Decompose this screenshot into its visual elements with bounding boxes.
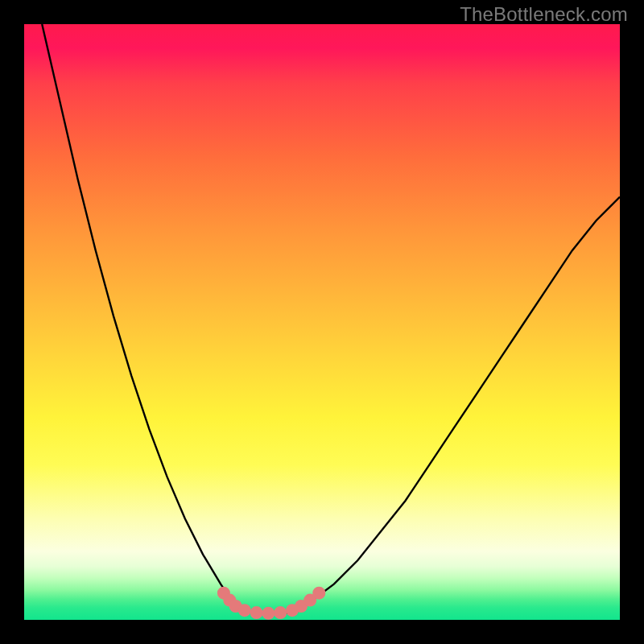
bottom-marker-dot	[274, 606, 287, 619]
bottom-marker-dot	[262, 607, 275, 620]
bottom-marker-dot	[312, 587, 325, 600]
bottom-marker-dot	[250, 606, 263, 619]
plot-area	[24, 24, 620, 620]
watermark-text: TheBottleneck.com	[460, 3, 628, 26]
bottleneck-curve	[42, 24, 620, 614]
bottom-marker-dot	[238, 604, 251, 617]
chart-frame: TheBottleneck.com	[0, 0, 644, 644]
bottom-markers-group	[217, 587, 325, 620]
curve-layer	[24, 24, 620, 620]
